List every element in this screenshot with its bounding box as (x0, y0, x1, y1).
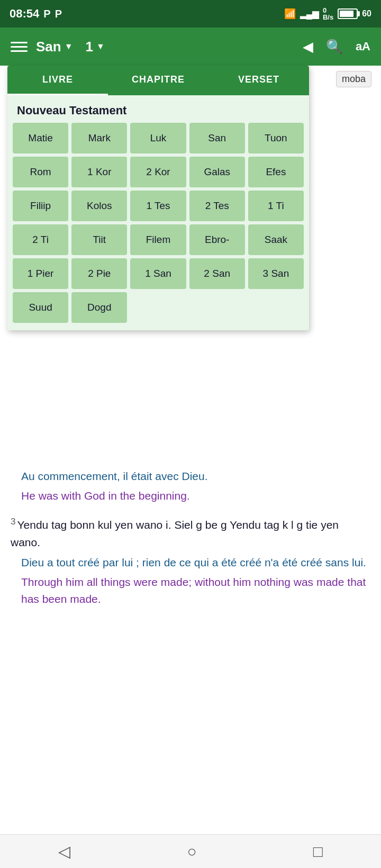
verse-3-english: Through him all things were made; withou… (11, 574, 370, 608)
moba-badge: moba (336, 71, 371, 87)
book-dogd[interactable]: Dogd (71, 292, 127, 323)
book-suud[interactable]: Suud (13, 292, 68, 323)
book-2kor[interactable]: 2 Kor (130, 157, 186, 187)
book-2ti[interactable]: 2 Ti (13, 224, 68, 255)
verse-3-original: 3Yendu tag bonn kul yen wano i. Siel g b… (11, 515, 370, 551)
book-selector[interactable]: San ▼ (36, 39, 73, 55)
tab-livre[interactable]: LIVRE (7, 66, 108, 95)
verse-2-french: Au commencement, il était avec Dieu. (11, 468, 370, 485)
back-button[interactable]: ◁ (58, 842, 70, 861)
verse-3-number: 3 (11, 517, 15, 527)
verse-2-block: Au commencement, il était avec Dieu. He … (11, 468, 370, 504)
wifi-icon: 📶 (284, 8, 296, 20)
book-grid: Matie Mark Luk San Tuon Rom 1 Kor 2 Kor … (7, 123, 309, 330)
book-saak[interactable]: Saak (248, 224, 304, 255)
book-tiit[interactable]: Tiit (71, 224, 127, 255)
book-matie[interactable]: Matie (13, 123, 68, 153)
book-2tes[interactable]: 2 Tes (189, 191, 245, 221)
dropdown-tabs: LIVRE CHAPITRE VERSET (7, 66, 309, 95)
book-1ti[interactable]: 1 Ti (248, 191, 304, 221)
book-1tes[interactable]: 1 Tes (130, 191, 186, 221)
book-ebro[interactable]: Ebro- (189, 224, 245, 255)
battery-icon (338, 8, 358, 19)
search-button[interactable]: 🔍 (326, 39, 343, 55)
battery-level: 60 (362, 9, 371, 19)
home-button[interactable]: ○ (187, 843, 196, 861)
book-3san[interactable]: 3 San (248, 258, 304, 289)
chapter-number: 1 (86, 39, 93, 55)
chapter-dropdown-arrow: ▼ (96, 42, 105, 51)
book-dropdown-arrow: ▼ (65, 42, 73, 51)
app-bar: San ▼ 1 ▼ ◀ 🔍 aA (0, 28, 381, 66)
book-name: San (36, 39, 61, 55)
book-1san[interactable]: 1 San (130, 258, 186, 289)
verse-2-english: He was with God in the beginning. (11, 487, 370, 505)
bottom-nav: ◁ ○ □ (0, 834, 381, 868)
book-1kor[interactable]: 1 Kor (71, 157, 127, 187)
book-san[interactable]: San (189, 123, 245, 153)
tab-chapitre[interactable]: CHAPITRE (108, 66, 208, 95)
book-filem[interactable]: Filem (130, 224, 186, 255)
hamburger-menu-button[interactable] (11, 42, 28, 52)
tab-verset[interactable]: VERSET (208, 66, 309, 95)
verse-3-french: Dieu a tout créé par lui ; rien de ce qu… (11, 554, 370, 572)
book-rom[interactable]: Rom (13, 157, 68, 187)
status-right: 📶 ▂▄▆ 0B/s 60 (284, 7, 371, 21)
scripture-content: Au commencement, il était avec Dieu. He … (0, 468, 381, 661)
status-p2: P (55, 8, 62, 20)
signal-icon: ▂▄▆ (300, 9, 319, 19)
font-size-button[interactable]: aA (356, 40, 370, 53)
verse-3-block: 3Yendu tag bonn kul yen wano i. Siel g b… (11, 515, 370, 608)
status-bar: 08:54 P P 📶 ▂▄▆ 0B/s 60 (0, 0, 381, 28)
app-bar-icons: ◀ 🔍 aA (303, 39, 370, 55)
book-efes[interactable]: Efes (248, 157, 304, 187)
status-p1: P (43, 8, 50, 20)
chapter-selector[interactable]: 1 ▼ (86, 39, 105, 55)
book-kolos[interactable]: Kolos (71, 191, 127, 221)
book-filiip[interactable]: Filiip (13, 191, 68, 221)
book-1pier[interactable]: 1 Pier (13, 258, 68, 289)
book-2pie[interactable]: 2 Pie (71, 258, 127, 289)
recents-button[interactable]: □ (313, 843, 323, 861)
book-luk[interactable]: Luk (130, 123, 186, 153)
mute-button[interactable]: ◀ (303, 39, 313, 55)
navigation-dropdown: LIVRE CHAPITRE VERSET Nouveau Testament … (7, 66, 309, 330)
data-speed: 0B/s (323, 7, 333, 21)
section-heading: Nouveau Testament (7, 95, 309, 123)
book-mark[interactable]: Mark (71, 123, 127, 153)
status-time: 08:54 (10, 7, 39, 21)
book-2san[interactable]: 2 San (189, 258, 245, 289)
book-tuon[interactable]: Tuon (248, 123, 304, 153)
book-galas[interactable]: Galas (189, 157, 245, 187)
status-left: 08:54 P P (10, 7, 62, 21)
